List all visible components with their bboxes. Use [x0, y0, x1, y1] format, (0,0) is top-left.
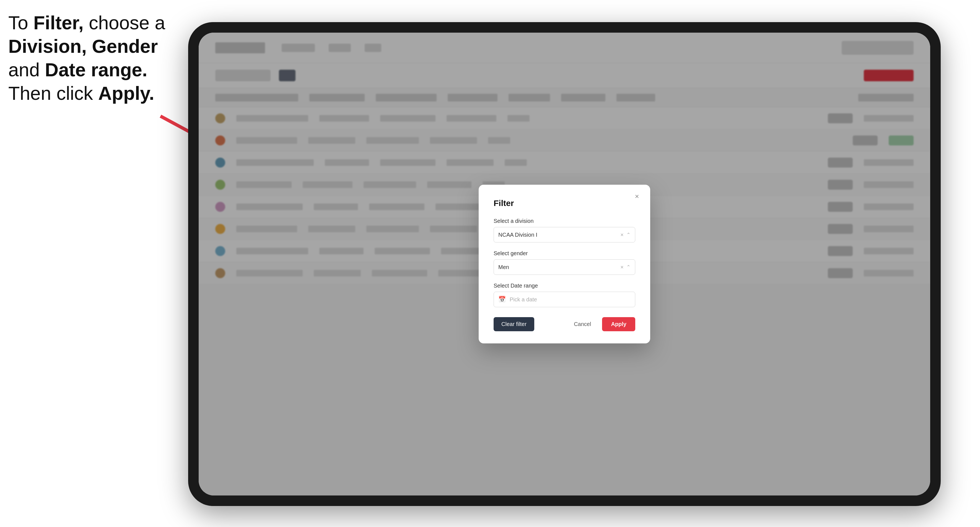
date-label: Select Date range: [493, 283, 635, 289]
filter-modal: × Filter Select a division NCAA Division…: [479, 185, 650, 343]
gender-label: Select gender: [493, 250, 635, 257]
division-select[interactable]: NCAA Division I × ⌃: [493, 227, 635, 243]
division-clear-icon[interactable]: ×: [620, 232, 624, 238]
date-placeholder: Pick a date: [510, 297, 537, 303]
gender-clear-icon[interactable]: ×: [620, 264, 624, 270]
division-label: Select a division: [493, 218, 635, 224]
cancel-button[interactable]: Cancel: [568, 317, 597, 331]
select-controls: × ⌃: [620, 232, 630, 238]
modal-title: Filter: [493, 198, 635, 208]
modal-footer: Clear filter Cancel Apply: [493, 317, 635, 331]
date-input[interactable]: 📅 Pick a date: [493, 292, 635, 307]
instruction-text: To Filter, choose a Division, Gender and…: [8, 12, 165, 104]
gender-select-controls: × ⌃: [620, 264, 630, 270]
gender-chevron-icon: ⌃: [627, 264, 630, 270]
apply-button[interactable]: Apply: [602, 317, 635, 331]
tablet-screen: × Filter Select a division NCAA Division…: [199, 33, 930, 495]
division-select-value: NCAA Division I: [498, 232, 537, 238]
gender-select[interactable]: Men × ⌃: [493, 259, 635, 275]
calendar-icon: 📅: [498, 296, 506, 303]
division-form-group: Select a division NCAA Division I × ⌃: [493, 218, 635, 243]
modal-footer-right: Cancel Apply: [568, 317, 635, 331]
tablet-frame: × Filter Select a division NCAA Division…: [188, 22, 941, 506]
modal-overlay: × Filter Select a division NCAA Division…: [199, 33, 930, 495]
date-form-group: Select Date range 📅 Pick a date: [493, 283, 635, 307]
clear-filter-button[interactable]: Clear filter: [493, 317, 534, 331]
gender-select-value: Men: [498, 264, 509, 270]
gender-form-group: Select gender Men × ⌃: [493, 250, 635, 275]
modal-close-button[interactable]: ×: [632, 191, 643, 202]
close-icon: ×: [635, 192, 639, 201]
division-chevron-icon: ⌃: [627, 232, 630, 238]
instruction-panel: To Filter, choose a Division, Gender and…: [8, 11, 169, 105]
